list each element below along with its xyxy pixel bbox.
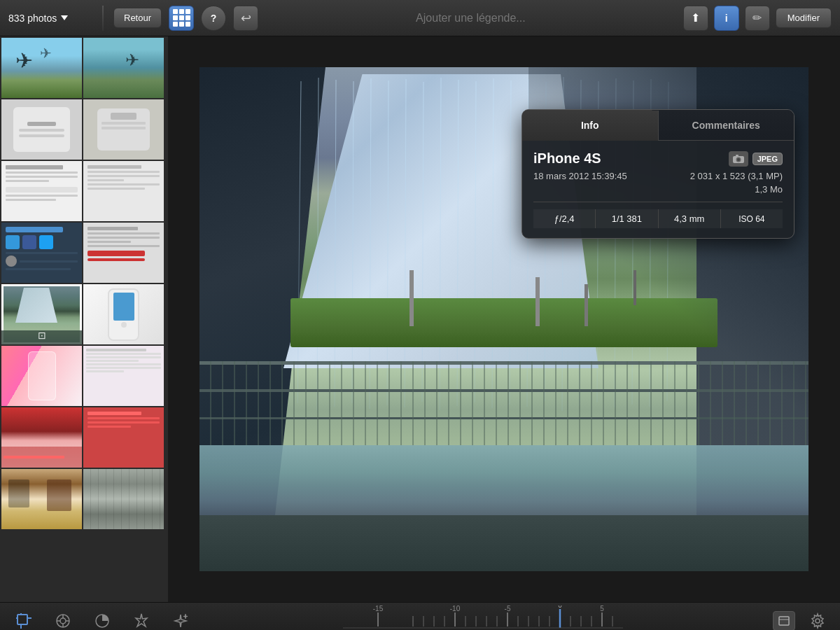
rotation-dial[interactable]: -15 -10 -5 0 [343, 603, 623, 631]
info-icon: i [725, 13, 728, 24]
list-item[interactable] [83, 223, 164, 283]
divider [533, 202, 783, 202]
camera-icon [732, 154, 745, 164]
list-item[interactable] [1, 469, 82, 529]
format-badges: JPEG [729, 151, 783, 167]
svg-line-6 [405, 79, 406, 407]
file-size: 1,3 Mo [533, 184, 783, 195]
device-row: iPhone 4S JPEG [533, 150, 783, 167]
list-item[interactable] [1, 161, 82, 221]
undo-button[interactable]: ↩ [233, 6, 258, 31]
exif-aperture: ƒ/2,4 [533, 209, 596, 228]
svg-point-24 [737, 158, 740, 161]
crop-icon [15, 612, 32, 629]
svg-line-10 [475, 81, 476, 402]
expand-icon [778, 616, 790, 626]
popover-body: iPhone 4S JPEG [522, 141, 794, 238]
photo-area: Info Commentaires iPhone 4S [168, 36, 840, 602]
svg-line-11 [492, 78, 493, 408]
svg-text:-10: -10 [450, 606, 461, 612]
question-icon: ? [211, 13, 217, 24]
share-button[interactable]: ⬆ [683, 6, 708, 31]
svg-line-12 [510, 80, 511, 405]
top-toolbar: 833 photos Retour ? ↩ ⬆ i ✏ Modifier [0, 0, 840, 36]
svg-point-67 [816, 619, 820, 623]
svg-rect-65 [779, 617, 789, 625]
pencil-icon: ✏ [752, 11, 762, 24]
main-photo: Info Commentaires iPhone 4S [200, 67, 808, 571]
info-button[interactable]: i [714, 6, 739, 31]
list-item[interactable] [1, 346, 82, 406]
svg-point-32 [60, 618, 66, 624]
settings-button[interactable] [806, 610, 829, 631]
back-button[interactable]: Retour [113, 8, 162, 28]
help-button[interactable]: ? [201, 6, 226, 31]
info-popover: Info Commentaires iPhone 4S [522, 109, 794, 239]
exif-focal-length: 4,3 mm [659, 209, 721, 228]
tab-commentaires-label: Commentaires [692, 120, 760, 131]
enhance-icon [172, 612, 189, 629]
svg-text:0: 0 [558, 606, 562, 609]
tab-info[interactable]: Info [522, 110, 659, 141]
list-item[interactable] [83, 469, 164, 529]
grid-view-button[interactable] [169, 6, 194, 31]
enhance-tool-button[interactable] [168, 608, 193, 631]
thumbnail-panel: ✈ ✈ ✈ [0, 36, 168, 602]
list-item[interactable] [83, 284, 164, 344]
popover-arrow-inner [652, 109, 664, 111]
list-item[interactable]: ⊡ [1, 284, 82, 344]
aperture-tool-button[interactable] [50, 608, 76, 631]
camera-badge [729, 151, 748, 167]
list-item[interactable]: ✈ ✈ [1, 38, 82, 98]
svg-line-8 [440, 78, 441, 410]
list-item[interactable] [1, 407, 82, 468]
photo-dimensions: 2 031 x 1 523 (3,1 MP) [690, 171, 783, 181]
svg-line-1 [317, 78, 318, 410]
svg-text:-5: -5 [505, 606, 511, 612]
photo-count: 833 photos [8, 13, 57, 24]
svg-line-7 [422, 82, 424, 402]
dropdown-arrow-icon[interactable] [61, 15, 68, 20]
toolbar-divider-1 [102, 6, 104, 31]
crop-tool-button[interactable] [11, 608, 36, 631]
exif-row: ƒ/2,4 1/1 381 4,3 mm ISO 64 [533, 209, 783, 228]
bottom-toolbar: -15 -10 -5 0 [0, 602, 840, 630]
caption-input[interactable] [265, 12, 676, 24]
date-row: 18 mars 2012 15:39:45 2 031 x 1 523 (3,1… [533, 171, 783, 181]
svg-rect-26 [18, 615, 27, 624]
expand-button[interactable] [773, 611, 795, 631]
grid-icon [173, 9, 190, 27]
list-item[interactable] [83, 99, 164, 160]
retouch-tool-button[interactable] [129, 608, 154, 631]
dial-track: -15 -10 -5 0 [343, 612, 623, 631]
retouch-icon [133, 612, 150, 629]
svg-line-5 [387, 80, 388, 405]
svg-line-3 [352, 81, 354, 403]
modifier-button[interactable]: Modifier [776, 8, 832, 28]
list-item[interactable] [83, 161, 164, 221]
list-item[interactable] [83, 407, 164, 468]
tab-commentaires[interactable]: Commentaires [659, 110, 794, 141]
list-item[interactable] [83, 346, 164, 406]
edit-pencil-button[interactable]: ✏ [745, 6, 770, 31]
popover-tabs: Info Commentaires [522, 110, 794, 141]
device-name: iPhone 4S [533, 150, 601, 167]
exif-shutter: 1/1 381 [596, 209, 658, 228]
settings-icon [809, 612, 826, 629]
svg-text:5: 5 [600, 606, 604, 612]
bottom-right-tools [773, 610, 829, 631]
list-item[interactable] [1, 223, 82, 283]
photo-count-area[interactable]: 833 photos [8, 13, 92, 24]
svg-line-9 [457, 80, 458, 406]
svg-line-2 [335, 80, 336, 407]
exif-iso: ISO 64 [721, 209, 783, 228]
svg-line-0 [298, 81, 301, 403]
list-item[interactable]: ✈ [83, 38, 164, 98]
svg-text:-15: -15 [373, 606, 384, 612]
photo-date: 18 mars 2012 15:39:45 [533, 171, 627, 181]
list-item[interactable] [1, 99, 82, 160]
svg-line-4 [370, 78, 371, 409]
main-area: ✈ ✈ ✈ [0, 36, 840, 602]
share-icon: ⬆ [691, 11, 700, 24]
color-tool-button[interactable] [90, 608, 115, 631]
